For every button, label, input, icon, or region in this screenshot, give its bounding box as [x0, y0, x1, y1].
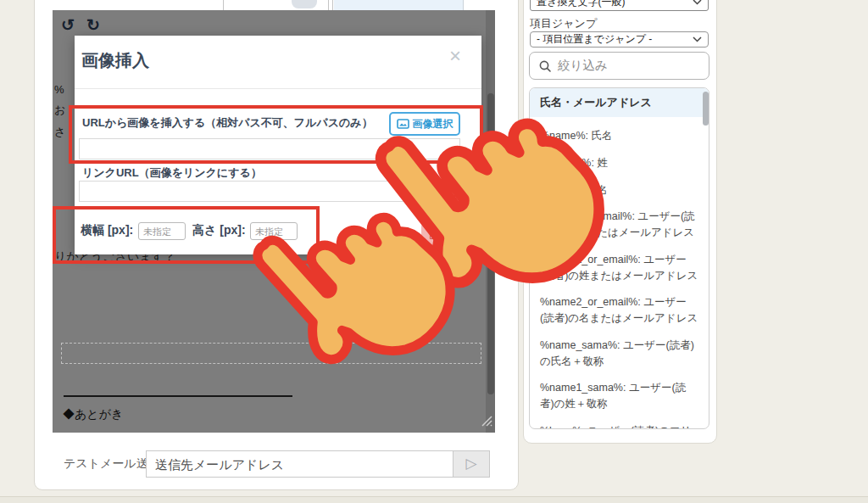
- filter-placeholder: 絞り込み: [558, 58, 608, 74]
- list-item[interactable]: %name_sama%: ユーザー(読者)の氏名＋敬称: [540, 338, 698, 370]
- list-scrollbar-thumb[interactable]: [703, 92, 709, 126]
- editor-afterword-text: ◆あとがき: [63, 407, 123, 422]
- page-footer-strip: [0, 496, 868, 503]
- editor-peek-char: さ: [54, 125, 65, 140]
- toolbar-fragment: [292, 0, 317, 8]
- test-mail-address-input[interactable]: [146, 450, 490, 478]
- undo-icon[interactable]: ↺: [61, 16, 86, 34]
- editor-horizontal-rule: [64, 395, 292, 397]
- search-icon: [538, 59, 552, 73]
- redo-icon[interactable]: ↻: [86, 16, 112, 34]
- filter-search-box[interactable]: 絞り込み: [529, 52, 709, 80]
- list-item[interactable]: %name1_sama%: ユーザー(読者)の姓＋敬称: [540, 380, 698, 412]
- jump-select-value: - 項目位置までジャンプ -: [537, 32, 652, 47]
- list-item[interactable]: %kana%: ユーザー(読者)のフリガナ: [540, 423, 698, 429]
- send-icon: ▷: [465, 455, 476, 472]
- editor-peek-char: お: [54, 103, 65, 118]
- close-icon[interactable]: ×: [449, 46, 461, 66]
- resize-handle-icon[interactable]: [478, 412, 493, 428]
- pointing-hand-icon: [352, 168, 353, 169]
- editor-peek-text: %おさ: [54, 83, 65, 140]
- toolbar-divider: [223, 0, 224, 10]
- replace-chars-select[interactable]: 置き換え文字(一般): [530, 0, 709, 11]
- chevron-down-icon: [693, 0, 702, 5]
- variable-list-header: 氏名・メールアドレス: [530, 88, 709, 117]
- link-url-label: リンクURL（画像をリンクにする）: [82, 165, 262, 181]
- jump-section-label: 項目ジャンプ: [530, 16, 597, 31]
- send-test-mail-button[interactable]: ▷: [453, 451, 489, 477]
- pointing-hand-icon: [233, 266, 234, 267]
- jump-select[interactable]: - 項目位置までジャンプ -: [530, 31, 709, 48]
- replace-chars-select-value: 置き換え文字(一般): [537, 0, 626, 9]
- modal-title: 画像挿入: [81, 49, 149, 72]
- list-item[interactable]: %name2_or_email%: ユーザー(読者)の名またはメールアドレス: [540, 294, 698, 327]
- undo-redo-icons: ↺↻: [61, 15, 112, 35]
- editor-peek-char: %: [54, 83, 65, 96]
- chevron-down-icon: [693, 36, 702, 42]
- modal-header-divider: [75, 88, 481, 89]
